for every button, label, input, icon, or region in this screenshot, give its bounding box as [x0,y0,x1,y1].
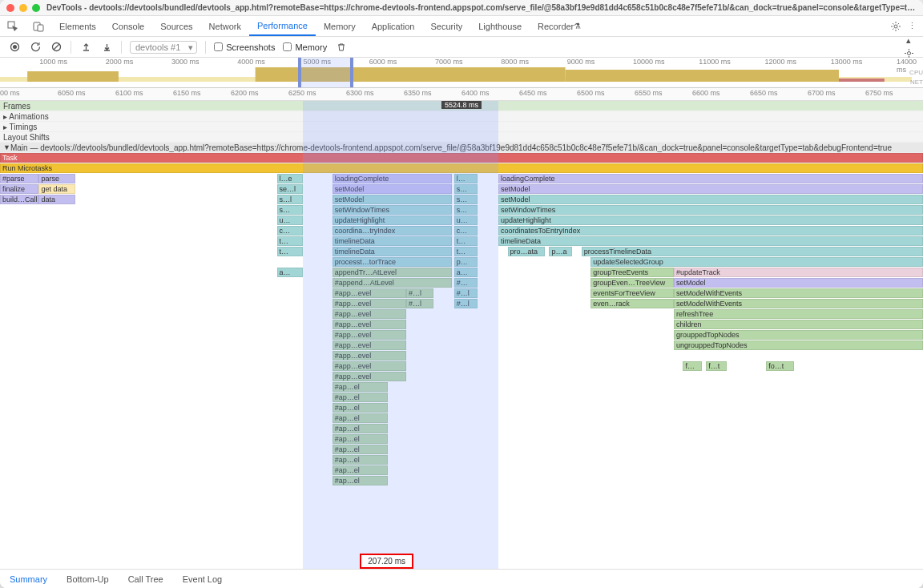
flame-block[interactable]: l… [454,174,478,183]
flame-block[interactable]: s… [454,184,478,194]
flame-block[interactable]: updateHighlight [333,215,453,225]
close-icon[interactable] [6,4,14,12]
flame-block[interactable]: f…t [706,361,726,371]
flame-block[interactable]: t… [277,247,303,256]
flame-block[interactable]: t… [454,236,478,246]
flame-block[interactable]: se…l [277,184,303,194]
flame-block[interactable]: #app…evel [333,330,406,340]
flame-block[interactable]: l…e [277,174,303,183]
flame-block[interactable]: #app…evel [333,372,406,381]
flame-block[interactable]: #app…evel [333,340,406,350]
flame-block[interactable]: f… [683,361,701,371]
collapse-icon[interactable]: ▴ [902,34,915,47]
flame-block[interactable]: #ap…el [333,393,388,402]
flame-block[interactable]: timelineData [498,236,923,246]
flame-block[interactable]: u… [277,215,303,225]
tab-memory[interactable]: Memory [316,16,364,36]
device-toggle-icon[interactable] [30,18,46,34]
kebab-icon[interactable]: ⋮ [908,21,917,31]
flame-block[interactable]: setModel [333,184,453,194]
settings-icon[interactable] [890,21,901,32]
tab-security[interactable]: Security [422,16,470,36]
flame-block[interactable]: setWindowTimes [498,205,923,215]
flame-block[interactable]: p…a [549,247,572,256]
flame-block[interactable]: groupEven…TreeView [590,278,674,288]
flame-block[interactable]: #ap…el [333,465,388,475]
flame-block[interactable]: #ap…el [333,382,388,392]
flame-block[interactable]: #ap…el [333,424,388,433]
flame-block[interactable]: s… [277,205,303,215]
minimize-icon[interactable] [19,4,27,12]
memory-checkbox[interactable]: Memory [283,42,327,52]
flame-block[interactable]: setWindowTimes [333,205,453,215]
flame-block[interactable]: processTimelineData [582,247,923,256]
flame-block[interactable]: #… [454,278,478,288]
timeline-overview[interactable]: 1000 ms2000 ms3000 ms4000 ms5000 ms6000 … [0,58,923,88]
flame-block[interactable]: loadingComplete [498,174,923,183]
flame-block[interactable]: groupTreeEvents [590,268,674,277]
flame-block[interactable]: setModelWithEvents [674,288,923,298]
download-icon[interactable] [100,41,113,54]
flame-block[interactable]: #ap…el [333,413,388,423]
track-header[interactable]: ▸ Timings [0,122,923,132]
flame-block[interactable]: #ap…el [333,434,388,444]
flame-block[interactable]: #ap…el [333,445,388,454]
tab-elements[interactable]: Elements [51,16,104,36]
details-tab-summary[interactable]: Summary [0,574,57,584]
flame-block[interactable]: finalize [0,184,38,194]
flame-block[interactable]: #app…evel [333,299,406,308]
flame-block[interactable]: #append…AtLevel [333,278,453,288]
flame-block[interactable]: a… [277,268,303,277]
flame-block[interactable]: grouppedTopNodes [674,330,923,340]
flame-block[interactable]: updateHighlight [498,215,923,225]
trash-icon[interactable] [335,41,348,54]
flame-block[interactable]: u… [454,215,478,225]
flame-block[interactable]: #app…evel [333,309,406,319]
inspect-icon[interactable] [5,18,21,34]
reload-icon[interactable] [29,41,42,54]
flame-block[interactable]: #parse [0,174,38,183]
flame-block[interactable]: c… [454,226,478,236]
flame-block[interactable]: #updateTrack [674,268,923,277]
record-icon[interactable] [8,41,21,54]
flame-block[interactable]: coordina…tryIndex [333,226,453,236]
flame-block[interactable]: refreshTree [674,309,923,319]
flame-chart[interactable]: 5524.8 ms Frames▸ Animations▸ TimingsLay… [0,101,923,569]
flame-block[interactable]: c… [277,226,303,236]
task-block[interactable]: Task [0,153,923,163]
flame-block[interactable]: timelineData [333,236,453,246]
flame-block[interactable]: pro…ata [508,247,545,256]
flame-block[interactable]: setModel [674,278,923,288]
maximize-icon[interactable] [32,4,40,12]
flame-block[interactable]: setModel [498,195,923,204]
tab-network[interactable]: Network [201,16,249,36]
details-tab-event-log[interactable]: Event Log [173,574,232,584]
time-ruler[interactable]: 00 ms6050 ms6100 ms6150 ms6200 ms6250 ms… [0,88,923,101]
flame-block[interactable]: s… [454,195,478,204]
tab-lighthouse[interactable]: Lighthouse [470,16,530,36]
tab-performance[interactable]: Performance [249,16,316,36]
details-tab-call-tree[interactable]: Call Tree [119,574,173,584]
tab-application[interactable]: Application [364,16,423,36]
flame-block[interactable]: t… [454,247,478,256]
screenshots-checkbox[interactable]: Screenshots [214,42,275,52]
flame-block[interactable]: #app…evel [333,351,406,360]
target-select[interactable]: devtools #1▾ [130,41,197,54]
tab-sources[interactable]: Sources [152,16,200,36]
flame-block[interactable]: appendTr…AtLevel [333,268,453,277]
flame-block[interactable]: #…l [454,299,478,308]
flame-block[interactable]: #ap…el [333,403,388,413]
flame-block[interactable]: s… [454,205,478,215]
flame-block[interactable]: setModelWithEvents [674,299,923,308]
flame-block[interactable]: #ap…el [333,455,388,465]
flame-block[interactable]: updateSelectedGroup [590,257,923,267]
flame-block[interactable]: build…Calls [0,195,38,204]
details-tab-bottom-up[interactable]: Bottom-Up [57,574,119,584]
flame-block[interactable]: #…l [406,288,434,298]
tab-console[interactable]: Console [104,16,152,36]
flame-block[interactable]: a… [454,268,478,277]
flame-block[interactable]: #app…evel [333,288,406,298]
flame-block[interactable]: #…l [454,288,478,298]
flame-block[interactable]: processt…torTrace [333,257,453,267]
flame-block[interactable]: setModel [498,184,923,194]
